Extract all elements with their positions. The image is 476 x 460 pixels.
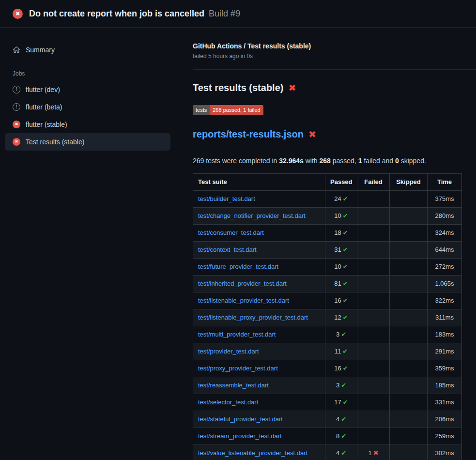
suite-cell: test/change_notifier_provider_test.dart <box>193 208 325 225</box>
passed-count: 17 <box>334 399 341 406</box>
passed-cell: 16✔ <box>325 360 357 377</box>
failed-cell <box>357 191 390 208</box>
skipped-cell <box>390 276 428 292</box>
main-content: GitHub Actions / Test results (stable) f… <box>179 28 476 460</box>
suite-cell: test/provider_test.dart <box>193 343 325 360</box>
page-header: ✖ Do not create report when job is cance… <box>0 0 476 28</box>
skipped-cell <box>390 377 428 394</box>
divider <box>193 69 476 70</box>
test-suite-link[interactable]: test/change_notifier_provider_test.dart <box>198 212 306 219</box>
suite-cell: test/future_provider_test.dart <box>193 259 325 276</box>
test-suite-link[interactable]: test/listenable_proxy_provider_test.dart <box>198 314 308 321</box>
table-row: test/proxy_provider_test.dart16✔359ms <box>193 360 462 377</box>
table-row: test/builder_test.dart24✔375ms <box>193 191 462 208</box>
skipped-cell <box>390 428 428 445</box>
sidebar-item-flutter-stable[interactable]: ✖flutter (stable) <box>5 116 170 133</box>
tests-badge: tests 268 passed, 1 failed <box>193 105 263 115</box>
failed-cell <box>357 428 390 445</box>
table-row: test/provider_test.dart11✔291ms <box>193 343 462 360</box>
check-icon: ✔ <box>343 246 348 253</box>
test-suite-link[interactable]: test/listenable_provider_test.dart <box>198 297 289 304</box>
check-icon: ✔ <box>343 399 348 406</box>
failed-cell <box>357 242 390 259</box>
test-suite-link[interactable]: test/context_test.dart <box>198 246 257 253</box>
time-cell: 183ms <box>428 326 462 343</box>
skipped-cell <box>390 225 428 242</box>
passed-cell: 3✔ <box>325 377 357 394</box>
time-cell: 272ms <box>428 259 462 276</box>
sidebar: Summary Jobs !flutter (dev)!flutter (bet… <box>0 28 179 151</box>
skipped-cell <box>390 191 428 208</box>
passed-count: 3 <box>336 331 339 338</box>
passed-count: 11 <box>335 348 341 355</box>
test-suite-link[interactable]: test/stateful_provider_test.dart <box>198 415 283 423</box>
summary-text-segment: with <box>304 157 320 165</box>
check-icon: ✔ <box>343 365 348 372</box>
section-title-text: Test results (stable) <box>193 82 283 93</box>
failed-count: 1 <box>368 449 371 457</box>
skipped-cell <box>390 360 428 377</box>
check-icon: ✔ <box>343 195 348 202</box>
build-number: Build #9 <box>209 9 240 19</box>
check-icon: ✔ <box>342 348 348 355</box>
passed-count: 3 <box>336 382 339 389</box>
time-cell: 206ms <box>428 411 462 428</box>
sidebar-item-summary[interactable]: Summary <box>5 41 170 59</box>
results-table: Test suite Passed Failed Skipped Time te… <box>193 173 462 460</box>
passed-count: 81 <box>334 280 341 287</box>
report-heading: reports/test-results.json ✖ <box>193 129 476 145</box>
badge-value: 268 passed, 1 failed <box>210 105 263 115</box>
passed-cell: 10✔ <box>325 259 357 276</box>
table-row: test/selector_test.dart17✔331ms <box>193 394 462 411</box>
table-header-row: Test suite Passed Failed Skipped Time <box>193 174 462 191</box>
time-cell: 359ms <box>428 360 462 377</box>
table-row: test/multi_provider_test.dart3✔183ms <box>193 326 462 343</box>
suite-cell: test/stateful_provider_test.dart <box>193 411 325 428</box>
suite-cell: test/proxy_provider_test.dart <box>193 360 325 377</box>
failed-cell <box>357 225 390 242</box>
time-cell: 311ms <box>428 309 462 326</box>
x-circle-icon: ✖ <box>13 121 20 128</box>
check-icon: ✔ <box>343 314 348 321</box>
test-suite-link[interactable]: test/future_provider_test.dart <box>198 263 278 270</box>
skipped-cell <box>390 208 428 225</box>
skipped-cell <box>390 242 428 259</box>
test-suite-link[interactable]: test/provider_test.dart <box>198 348 259 355</box>
skipped-cell <box>390 292 428 309</box>
report-file-link[interactable]: reports/test-results.json <box>193 129 304 140</box>
passed-count: 18 <box>334 229 341 236</box>
sidebar-item-test-results-stable[interactable]: ✖Test results (stable) <box>5 133 170 151</box>
summary-bold-value: 1 <box>358 157 362 165</box>
passed-cell: 81✔ <box>325 276 357 292</box>
passed-cell: 17✔ <box>325 394 357 411</box>
test-suite-link[interactable]: test/builder_test.dart <box>198 195 255 202</box>
test-suite-link[interactable]: test/reassemble_test.dart <box>198 382 269 389</box>
check-icon: ✔ <box>341 331 346 338</box>
test-suite-link[interactable]: test/inherited_provider_test.dart <box>198 280 287 287</box>
summary-text-segment: failed and <box>362 157 396 165</box>
passed-count: 10 <box>334 212 341 219</box>
skipped-cell <box>390 326 428 343</box>
summary-text-segment: 269 tests were completed in <box>193 157 279 165</box>
test-suite-link[interactable]: test/consumer_test.dart <box>198 229 264 236</box>
check-icon: ✔ <box>343 263 348 270</box>
sidebar-item-flutter-dev[interactable]: !flutter (dev) <box>5 81 170 98</box>
test-suite-link[interactable]: test/stream_provider_test.dart <box>198 432 282 440</box>
table-row: test/stateful_provider_test.dart4✔206ms <box>193 411 462 428</box>
failed-cell <box>357 208 390 225</box>
table-row: test/consumer_test.dart18✔324ms <box>193 225 462 242</box>
test-suite-link[interactable]: test/selector_test.dart <box>198 399 258 406</box>
test-suite-link[interactable]: test/multi_provider_test.dart <box>198 331 276 338</box>
x-circle-icon: ✖ <box>13 138 20 146</box>
sidebar-item-flutter-beta[interactable]: !flutter (beta) <box>5 98 170 116</box>
suite-cell: test/builder_test.dart <box>193 191 325 208</box>
failed-cell <box>357 292 390 309</box>
skipped-cell <box>390 259 428 276</box>
test-suite-link[interactable]: test/proxy_provider_test.dart <box>198 365 278 372</box>
test-suite-link[interactable]: test/value_listenable_provider_test.dart <box>198 449 307 457</box>
time-cell: 259ms <box>428 428 462 445</box>
cross-mark-icon: ✖ <box>288 83 296 92</box>
skipped-cell <box>390 343 428 360</box>
summary-bold-value: 32.964s <box>279 157 304 165</box>
check-icon: ✔ <box>341 432 346 440</box>
